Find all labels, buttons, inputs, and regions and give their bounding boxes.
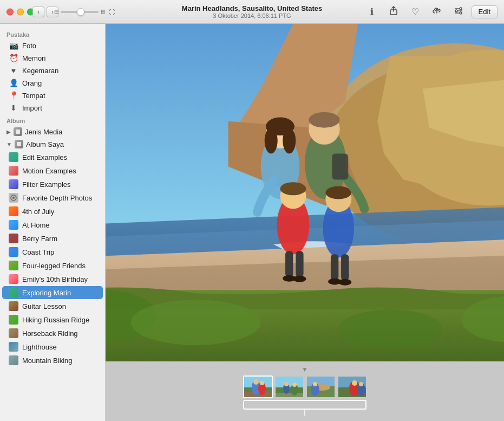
icloud-button[interactable] — [428, 5, 446, 19]
svg-point-73 — [359, 382, 363, 386]
sidebar-item-favorite-depth[interactable]: Favorite Depth Photos — [2, 191, 103, 204]
coast-trip-thumb — [9, 247, 18, 257]
selection-bracket-svg — [243, 399, 367, 416]
sidebar-item-import[interactable]: ⬇ Import — [2, 102, 103, 114]
zoom-track[interactable] — [61, 11, 99, 13]
orang-icon: 👤 — [9, 79, 18, 87]
sidebar-item-coast-trip[interactable]: Coast Trip — [2, 245, 103, 258]
sidebar-item-guitar-lesson[interactable]: Guitar Lesson — [2, 300, 103, 313]
filmstrip-frame-4[interactable] — [337, 375, 367, 398]
sidebar-item-hiking-russian[interactable]: Hiking Russian Ridge — [2, 313, 103, 326]
back-button[interactable]: ‹ — [32, 7, 44, 17]
sidebar-item-4th-july[interactable]: 4th of July — [2, 205, 103, 218]
pustaka-label: Pustaka — [0, 28, 105, 39]
zoom-thumb[interactable] — [77, 8, 84, 16]
svg-rect-39 — [331, 254, 338, 280]
adjust-button[interactable] — [450, 5, 467, 19]
adjust-icon — [454, 6, 463, 18]
4th-july-label: 4th of July — [22, 208, 54, 216]
jenis-media-group[interactable]: ▶ Jenis Media — [2, 126, 103, 138]
kegemaran-label: Kegemaran — [22, 67, 58, 75]
filmstrip-area: ▼ — [106, 361, 504, 421]
album-saya-group[interactable]: ▼ Album Saya — [2, 138, 103, 150]
svg-point-60 — [292, 383, 297, 387]
svg-point-66 — [313, 382, 317, 386]
photo-scene-svg — [106, 24, 504, 361]
sidebar-item-orang[interactable]: 👤 Orang — [2, 77, 103, 89]
kegemaran-icon: ♥ — [9, 66, 18, 75]
foto-icon: 📷 — [9, 41, 18, 50]
main-layout: Pustaka 📷 Foto ⏰ Memori ♥ Kegemaran 👤 Or… — [0, 24, 504, 421]
lighthouse-thumb — [9, 342, 18, 352]
photo-title: Marin Headlands, Sausalito, United State… — [182, 4, 322, 12]
filmstrip-frame-1[interactable] — [243, 375, 273, 398]
sidebar-item-kegemaran[interactable]: ♥ Kegemaran — [2, 64, 103, 76]
info-button[interactable]: ℹ — [363, 5, 381, 19]
sidebar-item-exploring-marin[interactable]: Exploring Marin — [2, 286, 103, 299]
main-photo[interactable] — [106, 24, 504, 361]
sidebar-item-four-legged[interactable]: Four-legged Friends — [2, 259, 103, 272]
filmstrip-frame-2[interactable] — [274, 375, 304, 398]
svg-point-33 — [280, 182, 306, 195]
svg-rect-54 — [276, 377, 304, 387]
guitar-lesson-label: Guitar Lesson — [22, 302, 66, 310]
sidebar-item-lighthouse[interactable]: Lighthouse — [2, 340, 103, 353]
svg-point-42 — [293, 276, 306, 282]
edit-examples-label: Edit Examples — [22, 153, 67, 161]
edit-examples-thumb — [9, 152, 18, 162]
svg-rect-38 — [296, 251, 303, 277]
filmstrip-toggle-arrow[interactable]: ▼ — [302, 366, 308, 373]
sidebar-item-emilys-birthday[interactable]: Emily's 10th Birthday — [2, 273, 103, 286]
svg-point-71 — [352, 380, 357, 386]
sidebar-item-filter-examples[interactable]: Filter Examples — [2, 178, 103, 191]
svg-point-21 — [338, 309, 442, 348]
sidebar-item-memori[interactable]: ⏰ Memori — [2, 52, 103, 64]
sidebar-item-motion-examples[interactable]: Motion Examples — [2, 164, 103, 177]
filmstrip-frame-3[interactable] — [306, 375, 336, 398]
zoom-slider-group: ⊟ ⊞ ⛶ — [54, 9, 115, 15]
sidebar-item-at-home[interactable]: At Home — [2, 218, 103, 231]
sidebar-item-foto[interactable]: 📷 Foto — [2, 40, 103, 51]
favorite-depth-label: Favorite Depth Photos — [22, 194, 92, 202]
sidebar-item-horseback-riding[interactable]: Horseback Riding — [2, 327, 103, 340]
svg-point-44 — [338, 279, 351, 286]
svg-point-2 — [460, 8, 462, 10]
mountain-biking-label: Mountain Biking — [22, 357, 73, 365]
at-home-thumb — [9, 220, 18, 230]
horseback-riding-thumb — [9, 328, 18, 338]
expanded-triangle-icon: ▼ — [6, 141, 12, 147]
close-button[interactable] — [6, 8, 14, 15]
motion-examples-label: Motion Examples — [22, 167, 76, 175]
guitar-lesson-thumb — [9, 301, 18, 311]
svg-rect-10 — [16, 129, 20, 134]
minimize-button[interactable] — [17, 8, 24, 15]
coast-trip-label: Coast Trip — [22, 248, 54, 256]
hiking-russian-thumb — [9, 315, 18, 325]
zoom-in-icon: ⊞ — [101, 9, 105, 15]
toolbar-right: ℹ ♡ — [363, 5, 498, 19]
favorite-button[interactable]: ♡ — [407, 5, 424, 19]
svg-point-13 — [12, 197, 15, 199]
sidebar-item-tempat[interactable]: 📍 Tempat — [2, 89, 103, 101]
svg-point-26 — [265, 128, 278, 154]
lighthouse-label: Lighthouse — [22, 343, 57, 351]
sidebar-item-berry-farm[interactable]: Berry Farm — [2, 232, 103, 245]
share-button[interactable] — [385, 5, 402, 19]
exploring-marin-thumb — [9, 288, 18, 297]
mountain-biking-thumb — [9, 355, 18, 365]
sidebar-item-edit-examples[interactable]: Edit Examples — [2, 151, 103, 164]
sidebar-item-mountain-biking[interactable]: Mountain Biking — [2, 354, 103, 367]
berry-farm-thumb — [9, 234, 18, 243]
favorite-depth-thumb — [9, 193, 18, 203]
album-saya-label: Album Saya — [26, 140, 64, 148]
filter-examples-label: Filter Examples — [22, 180, 71, 189]
emilys-birthday-label: Emily's 10th Birthday — [22, 275, 88, 283]
foto-label: Foto — [22, 42, 36, 50]
filmstrip — [243, 375, 367, 398]
svg-rect-11 — [17, 142, 21, 146]
motion-examples-thumb — [9, 166, 18, 176]
edit-button[interactable]: Edit — [472, 5, 498, 18]
content-area: ▼ — [106, 24, 504, 421]
berry-farm-label: Berry Farm — [22, 235, 57, 243]
tempat-label: Tempat — [22, 92, 45, 100]
